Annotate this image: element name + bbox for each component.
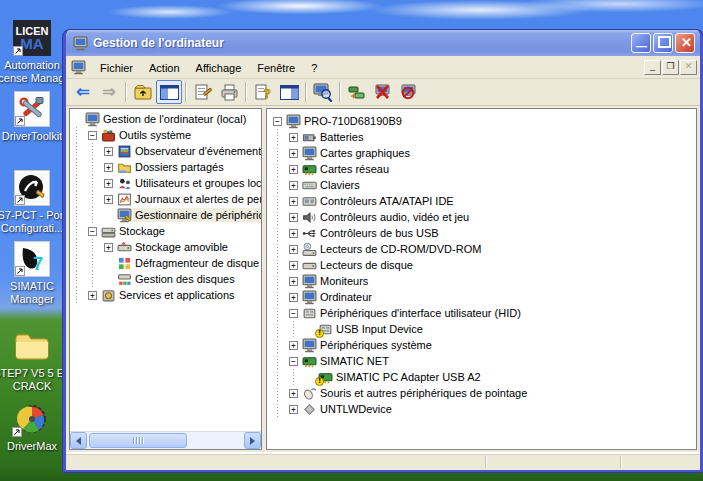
menu-item-action[interactable]: Action <box>141 59 188 77</box>
show-panel-icon <box>280 85 299 100</box>
expand-plus-icon[interactable]: + <box>289 293 298 302</box>
tree-item[interactable]: +Utilisateurs et groupes locaux <box>72 175 261 191</box>
tree-item[interactable]: −SIMATIC NET <box>273 353 696 369</box>
tree-item[interactable]: +Ordinateur <box>273 289 696 305</box>
tree-guide <box>273 257 289 273</box>
tree-item[interactable]: +Souris et autres périphériques de point… <box>273 385 696 401</box>
tree-item[interactable]: +Dossiers partagés <box>72 159 261 175</box>
tree-item[interactable]: Gestion des disques <box>72 271 261 287</box>
menu-item-fichier[interactable]: Fichier <box>92 59 141 77</box>
tree-item-label: Ordinateur <box>318 290 375 304</box>
scan-button[interactable] <box>310 80 336 104</box>
tree-item[interactable]: −Stockage <box>72 223 261 239</box>
scroll-left-button[interactable] <box>70 432 87 449</box>
collapse-minus-icon[interactable]: − <box>289 357 298 366</box>
up-button[interactable] <box>130 80 156 104</box>
scroll-right-button[interactable] <box>244 432 261 449</box>
expand-plus-icon[interactable]: + <box>289 149 298 158</box>
mdi-minimize-button[interactable]: _ <box>644 60 661 75</box>
tree-item[interactable]: +Stockage amovible <box>72 239 261 255</box>
tree-item[interactable]: +Contrôleurs audio, vidéo et jeu <box>273 209 696 225</box>
menu-item-affichage[interactable]: Affichage <box>188 59 250 77</box>
tree-guide <box>273 241 289 257</box>
close-button[interactable]: ✕ <box>675 33 695 53</box>
expand-plus-icon[interactable]: + <box>289 389 298 398</box>
expander-cell: + <box>289 385 301 401</box>
scrollbar-track[interactable] <box>88 432 243 449</box>
expand-plus-icon[interactable]: + <box>289 133 298 142</box>
tree-item[interactable]: +Lecteurs de disque <box>273 257 696 273</box>
expand-plus-icon[interactable]: + <box>289 405 298 414</box>
tree-item-label: Cartes réseau <box>318 162 392 176</box>
back-button[interactable]: ⇐ <box>70 80 96 104</box>
maximize-button[interactable] <box>653 33 673 53</box>
toolbar-separator <box>305 82 307 102</box>
content-area: Gestion de l'ordinateur (local)−Outils s… <box>66 106 700 452</box>
menu-item-aide[interactable]: ? <box>303 59 325 77</box>
minimize-button[interactable]: — <box>631 33 651 53</box>
tree-item[interactable]: +Périphériques système <box>273 337 696 353</box>
expand-plus-icon[interactable]: + <box>289 197 298 206</box>
menu-item-fenetre[interactable]: Fenêtre <box>249 59 303 77</box>
tree-item[interactable]: +Observateur d'événements <box>72 143 261 159</box>
tree-item[interactable]: +UNTLWDevice <box>273 401 696 417</box>
expand-plus-icon[interactable]: + <box>104 163 113 172</box>
expand-plus-icon[interactable]: + <box>104 195 113 204</box>
tree-item[interactable]: +Cartes graphiques <box>273 145 696 161</box>
expand-plus-icon[interactable]: + <box>104 243 113 252</box>
expand-plus-icon[interactable]: + <box>289 181 298 190</box>
title-bar[interactable]: Gestion de l'ordinateur — ✕ <box>66 30 700 56</box>
tree-item[interactable]: +Lecteurs de CD-ROM/DVD-ROM <box>273 241 696 257</box>
collapse-minus-icon[interactable]: − <box>88 227 97 236</box>
print-button[interactable] <box>216 80 242 104</box>
tree-item[interactable]: Gestionnaire de périphériques <box>72 207 261 223</box>
tree-item[interactable]: !SIMATIC PC Adapter USB A2 <box>273 369 696 385</box>
tree-item[interactable]: +Services et applications <box>72 287 261 303</box>
expand-plus-icon[interactable]: + <box>289 261 298 270</box>
expand-plus-icon[interactable]: + <box>289 213 298 222</box>
expand-plus-icon[interactable]: + <box>289 229 298 238</box>
tree-item[interactable]: +Batteries <box>273 129 696 145</box>
tree-item[interactable]: Gestion de l'ordinateur (local) <box>72 111 261 127</box>
tree-item[interactable]: −Outils système <box>72 127 261 143</box>
help-button[interactable]: ? <box>250 80 276 104</box>
tree-item[interactable]: −Périphériques d'interface utilisateur (… <box>273 305 696 321</box>
collapse-minus-icon[interactable]: − <box>273 117 282 126</box>
expand-plus-icon[interactable]: + <box>104 147 113 156</box>
tree-item[interactable]: +Contrôleurs ATA/ATAPI IDE <box>273 193 696 209</box>
tree-item[interactable]: Défragmenteur de disque <box>72 255 261 271</box>
expand-plus-icon[interactable]: + <box>289 165 298 174</box>
expand-plus-icon[interactable]: + <box>289 341 298 350</box>
tree-item[interactable]: +Moniteurs <box>273 273 696 289</box>
uninstall-button[interactable] <box>370 80 396 104</box>
tree-item[interactable]: +Contrôleurs de bus USB <box>273 225 696 241</box>
update-driver-button[interactable] <box>344 80 370 104</box>
expand-plus-icon[interactable]: + <box>289 277 298 286</box>
forward-button[interactable]: ⇒ <box>96 80 122 104</box>
tree-guide <box>273 145 289 161</box>
collapse-minus-icon[interactable]: − <box>289 309 298 318</box>
console-tree-pane: Gestion de l'ordinateur (local)−Outils s… <box>69 108 262 450</box>
tree-item[interactable]: +Journaux et alertes de performance <box>72 191 261 207</box>
tree-item[interactable]: +Cartes réseau <box>273 161 696 177</box>
expand-plus-icon[interactable]: + <box>104 179 113 188</box>
disable-button[interactable] <box>396 80 422 104</box>
tree-item[interactable]: −PRO-710D68190B9 <box>273 113 696 129</box>
expand-plus-icon[interactable]: + <box>88 291 97 300</box>
computer-icon <box>84 111 101 127</box>
properties-button[interactable] <box>190 80 216 104</box>
expand-plus-icon[interactable]: + <box>289 245 298 254</box>
tree-guide <box>273 177 289 193</box>
toolbar-separator <box>245 82 247 102</box>
show-panel-button[interactable] <box>276 80 302 104</box>
expander-cell: + <box>289 273 301 289</box>
show-tree-button[interactable] <box>156 80 182 104</box>
scrollbar-thumb[interactable] <box>89 433 187 448</box>
mdi-restore-button[interactable]: ❐ <box>662 60 679 75</box>
network-card-icon <box>301 161 318 177</box>
tree-item[interactable]: +Claviers <box>273 177 696 193</box>
tree-item[interactable]: !USB Input Device <box>273 321 696 337</box>
ide-controller-icon <box>301 193 318 209</box>
horizontal-scrollbar[interactable] <box>70 431 261 449</box>
collapse-minus-icon[interactable]: − <box>88 131 97 140</box>
